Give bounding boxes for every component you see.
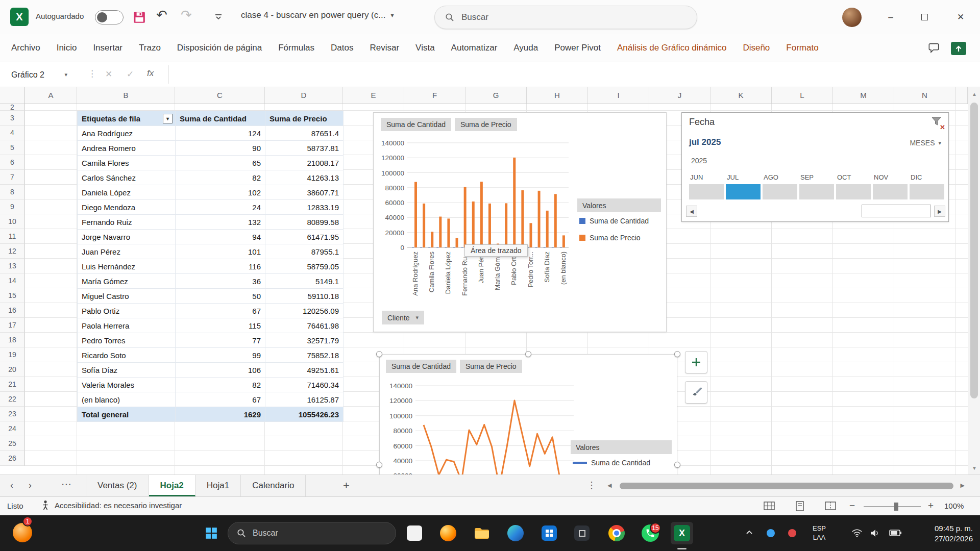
chart-styles-button[interactable] bbox=[685, 381, 707, 404]
pivot-cell[interactable]: 59110.18 bbox=[265, 289, 344, 304]
column-header-B[interactable]: B bbox=[77, 87, 175, 104]
pivot-cell[interactable]: 1055426.23 bbox=[265, 407, 344, 422]
pivot-cell[interactable]: 120256.09 bbox=[265, 304, 344, 318]
column-header-H[interactable]: H bbox=[527, 87, 588, 104]
insert-function-icon[interactable]: fx bbox=[147, 68, 154, 79]
pivot-cell[interactable]: 67 bbox=[176, 304, 265, 318]
hscroll-left-icon[interactable]: ◀ bbox=[607, 482, 611, 489]
chart-legend-field-button[interactable]: Valores bbox=[577, 198, 661, 212]
row-header-18[interactable]: 18 bbox=[0, 333, 25, 347]
vertical-scroll-thumb[interactable] bbox=[970, 103, 978, 398]
pivot-cell[interactable]: 99 bbox=[176, 348, 265, 363]
ribbon-tab-analisis-de-grafico-dinamico[interactable]: Análisis de Gráfico dinámico bbox=[609, 34, 734, 62]
row-header-26[interactable]: 26 bbox=[0, 451, 25, 466]
ribbon-tab-automatizar[interactable]: Automatizar bbox=[443, 34, 506, 62]
pivot-chart-bar[interactable]: Suma de CantidadSuma de Precio0200004000… bbox=[373, 112, 667, 332]
pivot-cell[interactable]: 21008.17 bbox=[265, 156, 344, 170]
pivot-cell[interactable]: Daniela López bbox=[78, 185, 176, 200]
taskbar-search[interactable]: Buscar bbox=[228, 522, 396, 544]
accessibility-status[interactable]: Accesibilidad: es necesario investigar bbox=[41, 500, 182, 510]
pivot-cell[interactable]: 80899.58 bbox=[265, 215, 344, 230]
chart-legend-field-button[interactable]: Valores bbox=[571, 440, 672, 454]
pivot-cell[interactable]: 49251.61 bbox=[265, 363, 344, 378]
hscroll-right-icon[interactable]: ▶ bbox=[961, 482, 965, 489]
timeline-scroll-left[interactable]: ◀ bbox=[686, 206, 697, 217]
formula-input[interactable] bbox=[169, 62, 980, 87]
ribbon-tab-datos[interactable]: Datos bbox=[323, 34, 361, 62]
pivot-cell[interactable]: 38607.71 bbox=[265, 185, 344, 200]
pivot-cell[interactable]: Diego Mendoza bbox=[78, 200, 176, 215]
battery-icon[interactable] bbox=[889, 530, 901, 536]
pivot-cell[interactable]: 36 bbox=[176, 274, 265, 289]
cancel-icon[interactable]: ✕ bbox=[105, 69, 112, 80]
ribbon-tab-formulas[interactable]: Fórmulas bbox=[270, 34, 323, 62]
page-break-view-button[interactable] bbox=[825, 501, 836, 511]
pivot-cell[interactable]: Carlos Sánchez bbox=[78, 170, 176, 185]
autosave-toggle[interactable] bbox=[95, 10, 124, 24]
column-header-N[interactable]: N bbox=[894, 87, 955, 104]
row-header-5[interactable]: 5 bbox=[0, 140, 25, 155]
name-box[interactable]: Gráfico 2 ▾ bbox=[6, 67, 71, 83]
timeline-tile-oct[interactable] bbox=[836, 184, 871, 199]
close-button[interactable]: ✕ bbox=[941, 0, 980, 34]
wifi-icon[interactable] bbox=[851, 529, 863, 538]
chart-field-button-suma-de-cantidad[interactable]: Suma de Cantidad bbox=[381, 118, 451, 131]
excel-logo-icon[interactable]: X bbox=[10, 8, 29, 26]
ribbon-tab-diseno[interactable]: Diseño bbox=[734, 34, 778, 62]
pivot-cell[interactable]: Ricardo Soto bbox=[78, 348, 176, 363]
horizontal-scroll-thumb[interactable] bbox=[620, 483, 953, 489]
share-icon[interactable] bbox=[950, 41, 967, 56]
app-widgets[interactable] bbox=[403, 522, 426, 544]
ribbon-tab-inicio[interactable]: Inicio bbox=[48, 34, 85, 62]
column-header-K[interactable]: K bbox=[710, 87, 772, 104]
undo-icon[interactable]: ↶ bbox=[156, 7, 167, 23]
ribbon-tab-insertar[interactable]: Insertar bbox=[85, 34, 131, 62]
enter-icon[interactable]: ✓ bbox=[127, 69, 134, 80]
ribbon-tab-trazo[interactable]: Trazo bbox=[131, 34, 169, 62]
sheet-list-icon[interactable]: ⋯ bbox=[61, 478, 71, 490]
pivot-cell[interactable]: 101 bbox=[176, 244, 265, 259]
bar-plot-area[interactable]: 020000400006000080000100000120000140000A… bbox=[374, 132, 593, 331]
pivot-cell[interactable]: 24 bbox=[176, 200, 265, 215]
pivot-cell[interactable]: 132 bbox=[176, 215, 265, 230]
column-header-A[interactable]: A bbox=[25, 87, 77, 104]
column-header-F[interactable]: F bbox=[404, 87, 465, 104]
pivot-cell[interactable]: 75852.18 bbox=[265, 348, 344, 363]
redo-icon[interactable]: ↷ bbox=[181, 7, 192, 23]
timeline-scroll-right[interactable]: ▶ bbox=[934, 206, 945, 217]
pivot-cell[interactable]: Luis Hernández bbox=[78, 259, 176, 274]
row-header-10[interactable]: 10 bbox=[0, 214, 25, 229]
column-header-G[interactable]: G bbox=[465, 87, 527, 104]
column-header-J[interactable]: J bbox=[649, 87, 710, 104]
row-header-17[interactable]: 17 bbox=[0, 318, 25, 333]
sheet-nav-left-icon[interactable]: ‹ bbox=[10, 480, 13, 491]
pivot-cell[interactable]: 87955.1 bbox=[265, 244, 344, 259]
chart-selection-handle[interactable] bbox=[525, 351, 531, 357]
row-header-13[interactable]: 13 bbox=[0, 259, 25, 273]
zoom-in-icon[interactable]: + bbox=[928, 500, 934, 511]
pivot-cell[interactable]: 41263.13 bbox=[265, 170, 344, 185]
timeline-tile-jul[interactable] bbox=[726, 184, 761, 199]
timeline-tile-dic[interactable] bbox=[910, 184, 944, 199]
start-button[interactable] bbox=[200, 522, 223, 544]
pivot-cell[interactable]: 58759.05 bbox=[265, 259, 344, 274]
ribbon-tab-power-pivot[interactable]: Power Pivot bbox=[546, 34, 609, 62]
pivot-cell[interactable]: Juan Pérez bbox=[78, 244, 176, 259]
pivot-cell[interactable]: Jorge Navarro bbox=[78, 230, 176, 244]
namebox-resize-handle[interactable]: ⋮ bbox=[88, 68, 97, 79]
pivot-cell[interactable]: 61471.95 bbox=[265, 230, 344, 244]
zoom-out-icon[interactable]: − bbox=[849, 500, 855, 511]
row-header-2[interactable]: 2 bbox=[0, 104, 25, 111]
volume-icon[interactable] bbox=[870, 529, 880, 538]
pivot-cell[interactable]: 82 bbox=[176, 378, 265, 392]
sheet-tab-ventas-2[interactable]: Ventas (2) bbox=[86, 475, 149, 496]
select-all-corner[interactable] bbox=[0, 87, 25, 104]
sheet-nav-right-icon[interactable]: › bbox=[29, 480, 32, 491]
language-indicator[interactable]: ESP LAA bbox=[813, 524, 826, 542]
ribbon-tab-ayuda[interactable]: Ayuda bbox=[505, 34, 546, 62]
scroll-up-icon[interactable]: ▲ bbox=[968, 88, 980, 99]
comments-icon[interactable] bbox=[928, 42, 940, 54]
app-excel-active[interactable]: X bbox=[671, 522, 693, 544]
pivot-header-cell[interactable]: Suma de Precio bbox=[265, 111, 344, 126]
app-store[interactable] bbox=[538, 522, 560, 544]
